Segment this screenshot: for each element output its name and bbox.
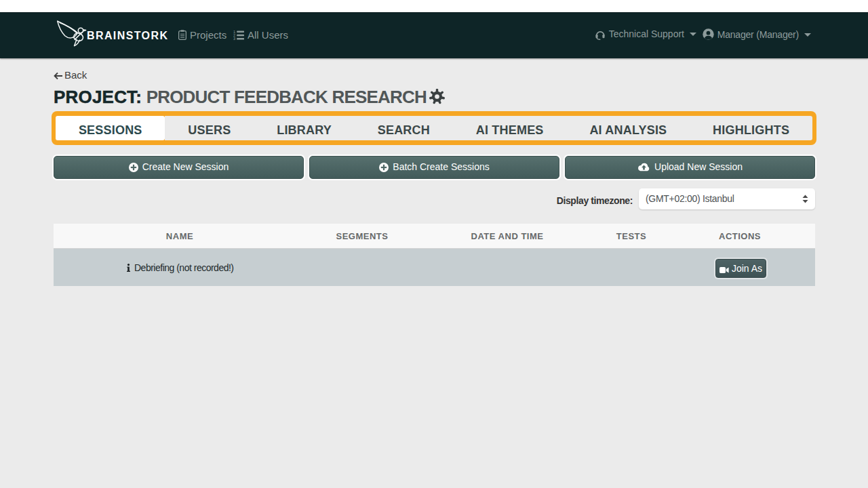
svg-text:3: 3 bbox=[233, 37, 235, 40]
